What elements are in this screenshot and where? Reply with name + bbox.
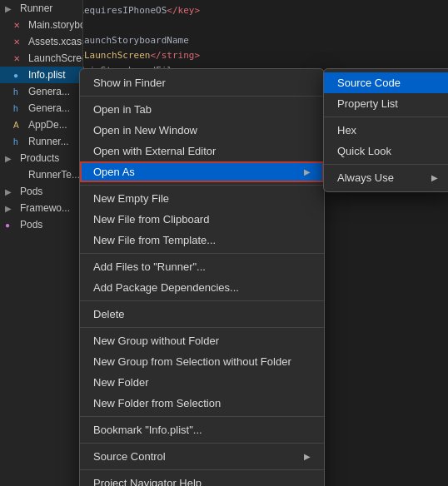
submenu-item-property-list[interactable]: Property List (324, 93, 448, 114)
expand-icon: ▶ (5, 187, 17, 196)
menu-separator (80, 327, 324, 328)
menu-item-open-window[interactable]: Open in New Window (80, 120, 324, 141)
x-icon: ✕ (13, 54, 25, 63)
menu-item-bookmark[interactable]: Bookmark "Info.plist"... (80, 419, 324, 440)
sidebar-item-runner-h[interactable]: h Runner... (0, 133, 82, 150)
sidebar-item-info-plist[interactable]: ● Info.plist (0, 67, 82, 83)
menu-item-new-group-no-folder[interactable]: New Group without Folder (80, 330, 324, 351)
sidebar-item-label: Pods (20, 219, 42, 231)
menu-item-new-template[interactable]: New File from Template... (80, 230, 324, 250)
menu-item-navigator-help[interactable]: Project Navigator Help (80, 473, 324, 486)
x-icon: ✕ (13, 21, 25, 30)
menu-item-add-package[interactable]: Add Package Dependencies... (80, 277, 324, 298)
arrow-icon: ▶ (304, 452, 311, 461)
sidebar-item-genera1[interactable]: h Genera... (0, 83, 82, 100)
sidebar-item-label: Assets.xcassets (28, 36, 82, 47)
sidebar-item-label: Products (20, 152, 59, 164)
menu-item-new-group-selection[interactable]: New Group from Selection without Folder (80, 351, 324, 372)
sidebar-item-label: Runner... (28, 136, 69, 147)
menu-separator (80, 300, 324, 301)
arrow-icon: ▶ (431, 173, 438, 182)
h-icon: h (13, 87, 25, 97)
sidebar-item-label: RunnerTe... (28, 169, 80, 181)
expand-icon: ▶ (5, 4, 17, 13)
menu-item-new-folder-selection[interactable]: New Folder from Selection (80, 393, 324, 414)
sidebar-item-genera2[interactable]: h Genera... (0, 100, 82, 117)
sidebar-item-label: Info.plist (28, 69, 66, 81)
sidebar-item-products[interactable]: ▶ Products (0, 150, 82, 166)
menu-item-delete[interactable]: Delete (80, 304, 324, 325)
menu-item-open-tab[interactable]: Open in Tab (80, 99, 324, 120)
sidebar-item-runnerte[interactable]: RunnerTe... (0, 166, 82, 183)
sidebar-item-pods-file[interactable]: ● Pods (0, 216, 82, 233)
expand-icon: ▶ (5, 154, 17, 163)
x-icon: ✕ (13, 37, 25, 47)
submenu-item-always-use[interactable]: Always Use ▶ (324, 167, 448, 188)
sidebar-item-label: Genera... (28, 86, 70, 97)
menu-separator (80, 443, 324, 444)
sidebar-item-label: Genera... (28, 102, 70, 114)
sidebar-item-label: Pods (20, 186, 42, 197)
menu-item-show-finder[interactable]: Show in Finder (80, 72, 324, 93)
sidebar: ▶ Runner ✕ Main.storyboard ✕ Assets.xcas… (0, 0, 83, 486)
context-menu: Show in Finder Open in Tab Open in New W… (79, 68, 325, 486)
arrow-icon: ▶ (304, 167, 311, 176)
sidebar-item-launchscreen[interactable]: ✕ LaunchScreen.storyboard (0, 50, 82, 67)
sidebar-item-runner[interactable]: ▶ Runner (0, 0, 82, 17)
menu-separator (80, 253, 324, 254)
submenu-item-quick-look[interactable]: Quick Look (324, 141, 448, 161)
submenu-separator (324, 117, 448, 117)
sidebar-item-main-storyboard[interactable]: ✕ Main.storyboard (0, 17, 82, 33)
sidebar-item-pods-group[interactable]: ▶ Pods (0, 183, 82, 200)
file-icon: ● (13, 71, 25, 80)
sidebar-item-label: Main.storyboard (28, 19, 82, 31)
sidebar-item-label: Framewo... (20, 202, 70, 214)
menu-separator (80, 416, 324, 417)
menu-item-new-empty[interactable]: New Empty File (80, 188, 324, 209)
expand-icon: ▶ (5, 204, 17, 213)
sidebar-item-label: AppDe... (28, 119, 67, 131)
menu-separator (80, 96, 324, 97)
menu-item-new-clipboard[interactable]: New File from Clipboard (80, 209, 324, 230)
h-icon: h (13, 104, 25, 113)
menu-item-open-as[interactable]: Open As ▶ (80, 161, 324, 182)
sidebar-item-assets[interactable]: ✕ Assets.xcassets (0, 33, 82, 50)
menu-item-open-external[interactable]: Open with External Editor (80, 141, 324, 161)
sidebar-item-frameworks[interactable]: ▶ Framewo... (0, 200, 82, 216)
sidebar-item-label: LaunchScreen.storyboard (28, 52, 82, 64)
menu-item-new-folder[interactable]: New Folder (80, 372, 324, 393)
h-icon: h (13, 137, 25, 146)
menu-item-add-files[interactable]: Add Files to "Runner"... (80, 256, 324, 277)
open-as-submenu: Source Code Property List Hex Quick Look… (323, 68, 448, 192)
menu-separator (80, 469, 324, 470)
pod-icon: ● (5, 221, 17, 230)
submenu-item-source-code[interactable]: Source Code (324, 72, 448, 93)
submenu-separator (324, 164, 448, 165)
submenu-item-hex[interactable]: Hex (324, 120, 448, 141)
menu-item-source-control[interactable]: Source Control ▶ (80, 446, 324, 467)
sidebar-item-label: Runner (20, 2, 52, 14)
menu-separator (80, 185, 324, 186)
app-icon: A (13, 121, 25, 130)
sidebar-item-appde[interactable]: A AppDe... (0, 117, 82, 133)
